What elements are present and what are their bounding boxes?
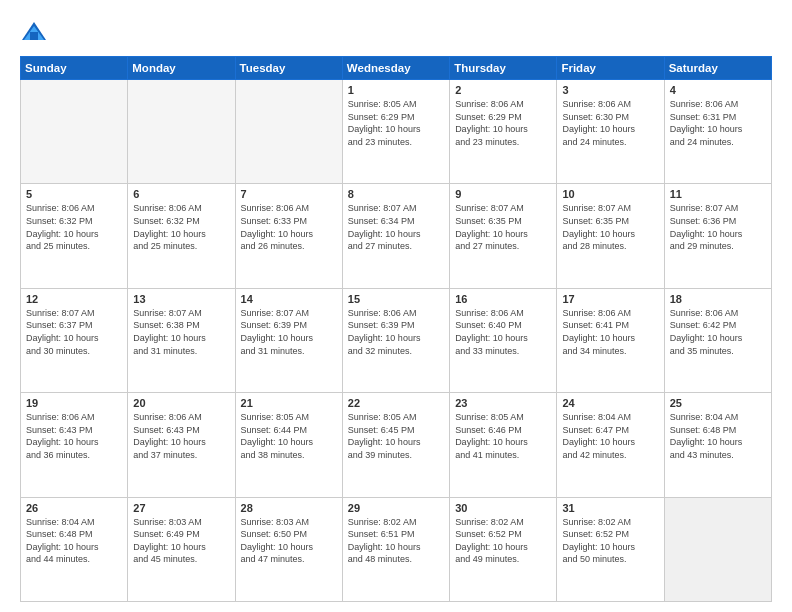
- calendar-cell-30: 30Sunrise: 8:02 AM Sunset: 6:52 PM Dayli…: [450, 497, 557, 601]
- calendar-cell-23: 23Sunrise: 8:05 AM Sunset: 6:46 PM Dayli…: [450, 393, 557, 497]
- day-info: Sunrise: 8:06 AM Sunset: 6:41 PM Dayligh…: [562, 307, 658, 357]
- day-number: 31: [562, 502, 658, 514]
- calendar-cell-19: 19Sunrise: 8:06 AM Sunset: 6:43 PM Dayli…: [21, 393, 128, 497]
- day-number: 6: [133, 188, 229, 200]
- calendar-cell-3: 3Sunrise: 8:06 AM Sunset: 6:30 PM Daylig…: [557, 80, 664, 184]
- calendar-week-1: 5Sunrise: 8:06 AM Sunset: 6:32 PM Daylig…: [21, 184, 772, 288]
- calendar-cell-8: 8Sunrise: 8:07 AM Sunset: 6:34 PM Daylig…: [342, 184, 449, 288]
- calendar-cell-27: 27Sunrise: 8:03 AM Sunset: 6:49 PM Dayli…: [128, 497, 235, 601]
- calendar-week-4: 26Sunrise: 8:04 AM Sunset: 6:48 PM Dayli…: [21, 497, 772, 601]
- calendar-cell-14: 14Sunrise: 8:07 AM Sunset: 6:39 PM Dayli…: [235, 288, 342, 392]
- day-number: 8: [348, 188, 444, 200]
- calendar-cell-28: 28Sunrise: 8:03 AM Sunset: 6:50 PM Dayli…: [235, 497, 342, 601]
- day-info: Sunrise: 8:04 AM Sunset: 6:48 PM Dayligh…: [670, 411, 766, 461]
- calendar-cell-15: 15Sunrise: 8:06 AM Sunset: 6:39 PM Dayli…: [342, 288, 449, 392]
- day-info: Sunrise: 8:04 AM Sunset: 6:47 PM Dayligh…: [562, 411, 658, 461]
- calendar-cell-20: 20Sunrise: 8:06 AM Sunset: 6:43 PM Dayli…: [128, 393, 235, 497]
- day-number: 26: [26, 502, 122, 514]
- day-info: Sunrise: 8:06 AM Sunset: 6:40 PM Dayligh…: [455, 307, 551, 357]
- day-info: Sunrise: 8:06 AM Sunset: 6:33 PM Dayligh…: [241, 202, 337, 252]
- calendar-cell-31: 31Sunrise: 8:02 AM Sunset: 6:52 PM Dayli…: [557, 497, 664, 601]
- day-number: 27: [133, 502, 229, 514]
- day-info: Sunrise: 8:06 AM Sunset: 6:42 PM Dayligh…: [670, 307, 766, 357]
- day-number: 24: [562, 397, 658, 409]
- calendar-cell-empty: [235, 80, 342, 184]
- calendar-header-friday: Friday: [557, 57, 664, 80]
- day-number: 3: [562, 84, 658, 96]
- day-number: 29: [348, 502, 444, 514]
- calendar-week-3: 19Sunrise: 8:06 AM Sunset: 6:43 PM Dayli…: [21, 393, 772, 497]
- calendar-cell-22: 22Sunrise: 8:05 AM Sunset: 6:45 PM Dayli…: [342, 393, 449, 497]
- calendar-week-2: 12Sunrise: 8:07 AM Sunset: 6:37 PM Dayli…: [21, 288, 772, 392]
- calendar-cell-25: 25Sunrise: 8:04 AM Sunset: 6:48 PM Dayli…: [664, 393, 771, 497]
- calendar-cell-empty: [128, 80, 235, 184]
- day-number: 1: [348, 84, 444, 96]
- day-number: 30: [455, 502, 551, 514]
- day-number: 4: [670, 84, 766, 96]
- day-number: 20: [133, 397, 229, 409]
- logo-icon: [20, 18, 48, 46]
- calendar-cell-18: 18Sunrise: 8:06 AM Sunset: 6:42 PM Dayli…: [664, 288, 771, 392]
- day-info: Sunrise: 8:06 AM Sunset: 6:43 PM Dayligh…: [26, 411, 122, 461]
- day-number: 7: [241, 188, 337, 200]
- day-number: 5: [26, 188, 122, 200]
- day-info: Sunrise: 8:03 AM Sunset: 6:49 PM Dayligh…: [133, 516, 229, 566]
- calendar-cell-7: 7Sunrise: 8:06 AM Sunset: 6:33 PM Daylig…: [235, 184, 342, 288]
- day-number: 14: [241, 293, 337, 305]
- calendar-cell-empty: [664, 497, 771, 601]
- day-number: 2: [455, 84, 551, 96]
- day-info: Sunrise: 8:06 AM Sunset: 6:30 PM Dayligh…: [562, 98, 658, 148]
- calendar-header-thursday: Thursday: [450, 57, 557, 80]
- calendar-table: SundayMondayTuesdayWednesdayThursdayFrid…: [20, 56, 772, 602]
- calendar-cell-12: 12Sunrise: 8:07 AM Sunset: 6:37 PM Dayli…: [21, 288, 128, 392]
- day-number: 28: [241, 502, 337, 514]
- calendar-header-tuesday: Tuesday: [235, 57, 342, 80]
- calendar-cell-4: 4Sunrise: 8:06 AM Sunset: 6:31 PM Daylig…: [664, 80, 771, 184]
- calendar-cell-21: 21Sunrise: 8:05 AM Sunset: 6:44 PM Dayli…: [235, 393, 342, 497]
- day-number: 23: [455, 397, 551, 409]
- day-info: Sunrise: 8:07 AM Sunset: 6:38 PM Dayligh…: [133, 307, 229, 357]
- calendar-header-saturday: Saturday: [664, 57, 771, 80]
- day-info: Sunrise: 8:06 AM Sunset: 6:43 PM Dayligh…: [133, 411, 229, 461]
- day-info: Sunrise: 8:06 AM Sunset: 6:32 PM Dayligh…: [26, 202, 122, 252]
- day-number: 12: [26, 293, 122, 305]
- calendar-cell-11: 11Sunrise: 8:07 AM Sunset: 6:36 PM Dayli…: [664, 184, 771, 288]
- day-number: 11: [670, 188, 766, 200]
- calendar-cell-empty: [21, 80, 128, 184]
- day-number: 13: [133, 293, 229, 305]
- calendar-cell-26: 26Sunrise: 8:04 AM Sunset: 6:48 PM Dayli…: [21, 497, 128, 601]
- day-info: Sunrise: 8:07 AM Sunset: 6:37 PM Dayligh…: [26, 307, 122, 357]
- svg-rect-2: [30, 32, 38, 40]
- calendar-cell-5: 5Sunrise: 8:06 AM Sunset: 6:32 PM Daylig…: [21, 184, 128, 288]
- calendar-cell-2: 2Sunrise: 8:06 AM Sunset: 6:29 PM Daylig…: [450, 80, 557, 184]
- calendar-header-row: SundayMondayTuesdayWednesdayThursdayFrid…: [21, 57, 772, 80]
- day-number: 17: [562, 293, 658, 305]
- day-info: Sunrise: 8:02 AM Sunset: 6:52 PM Dayligh…: [562, 516, 658, 566]
- day-info: Sunrise: 8:05 AM Sunset: 6:45 PM Dayligh…: [348, 411, 444, 461]
- day-info: Sunrise: 8:03 AM Sunset: 6:50 PM Dayligh…: [241, 516, 337, 566]
- calendar-week-0: 1Sunrise: 8:05 AM Sunset: 6:29 PM Daylig…: [21, 80, 772, 184]
- day-number: 16: [455, 293, 551, 305]
- calendar-header-wednesday: Wednesday: [342, 57, 449, 80]
- calendar-cell-16: 16Sunrise: 8:06 AM Sunset: 6:40 PM Dayli…: [450, 288, 557, 392]
- day-info: Sunrise: 8:05 AM Sunset: 6:29 PM Dayligh…: [348, 98, 444, 148]
- header: [20, 18, 772, 46]
- day-info: Sunrise: 8:07 AM Sunset: 6:35 PM Dayligh…: [455, 202, 551, 252]
- day-number: 18: [670, 293, 766, 305]
- calendar-cell-29: 29Sunrise: 8:02 AM Sunset: 6:51 PM Dayli…: [342, 497, 449, 601]
- day-info: Sunrise: 8:06 AM Sunset: 6:39 PM Dayligh…: [348, 307, 444, 357]
- day-info: Sunrise: 8:07 AM Sunset: 6:36 PM Dayligh…: [670, 202, 766, 252]
- day-number: 10: [562, 188, 658, 200]
- day-info: Sunrise: 8:04 AM Sunset: 6:48 PM Dayligh…: [26, 516, 122, 566]
- day-info: Sunrise: 8:07 AM Sunset: 6:39 PM Dayligh…: [241, 307, 337, 357]
- day-info: Sunrise: 8:05 AM Sunset: 6:46 PM Dayligh…: [455, 411, 551, 461]
- calendar-cell-10: 10Sunrise: 8:07 AM Sunset: 6:35 PM Dayli…: [557, 184, 664, 288]
- day-info: Sunrise: 8:06 AM Sunset: 6:29 PM Dayligh…: [455, 98, 551, 148]
- day-number: 15: [348, 293, 444, 305]
- day-info: Sunrise: 8:07 AM Sunset: 6:34 PM Dayligh…: [348, 202, 444, 252]
- day-number: 22: [348, 397, 444, 409]
- calendar-cell-1: 1Sunrise: 8:05 AM Sunset: 6:29 PM Daylig…: [342, 80, 449, 184]
- calendar-cell-9: 9Sunrise: 8:07 AM Sunset: 6:35 PM Daylig…: [450, 184, 557, 288]
- day-info: Sunrise: 8:05 AM Sunset: 6:44 PM Dayligh…: [241, 411, 337, 461]
- day-info: Sunrise: 8:02 AM Sunset: 6:51 PM Dayligh…: [348, 516, 444, 566]
